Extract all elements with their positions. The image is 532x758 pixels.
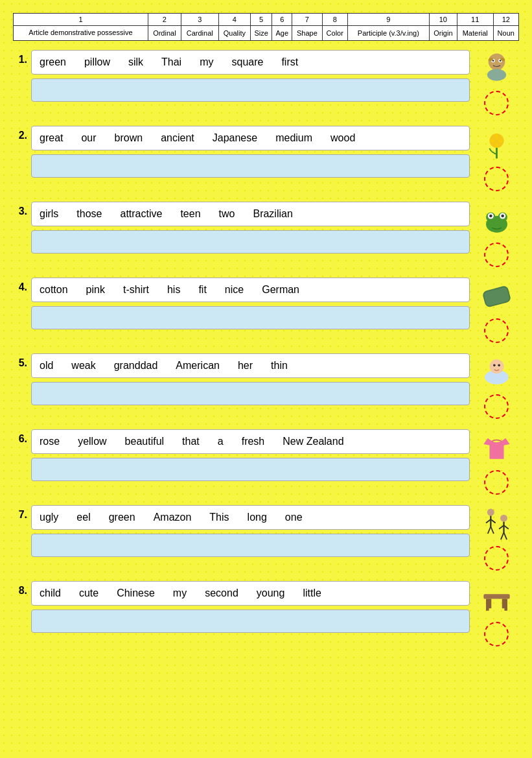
word-item: German [262,284,299,296]
word-item: one [285,512,303,523]
word-item: square [232,56,264,68]
dashed-circle [484,622,509,646]
word-item: teen [180,208,200,220]
exercise-1: 1.greenpillowsilkThaimysquarefirst [13,50,519,115]
answer-row-6[interactable] [31,458,470,481]
dashed-circle [484,470,509,495]
frog-icon [479,202,515,240]
dashed-circle [484,167,509,191]
image-area-2 [474,126,519,191]
word-item: Brazilian [253,208,292,220]
answer-row-4[interactable] [31,306,470,329]
word-item: our [81,132,96,144]
word-item: great [40,132,63,144]
exercise-7: 7.uglyeelgreenAmazonThislongone [13,505,519,571]
svg-point-16 [501,214,504,217]
svg-point-21 [493,364,496,366]
baby-icon [479,353,515,392]
word-item: weak [71,360,95,372]
word-item: eel [76,512,90,523]
word-item: yellow [78,436,106,447]
image-area-5 [474,353,519,419]
word-item: cute [79,587,98,599]
dashed-circle [484,318,509,343]
word-item: Japanese [213,132,257,144]
answer-row-2[interactable] [31,154,470,178]
word-item: beautiful [125,436,165,447]
word-item: my [173,587,187,599]
image-area-1 [474,50,519,115]
word-item: Amazon [154,512,192,523]
word-item: granddad [114,360,158,372]
svg-rect-35 [483,594,509,598]
word-item: silk [128,56,143,68]
dashed-circle [484,394,509,419]
header-table: 123456789101112 Article demonstrative po… [13,13,519,41]
word-item: wood [330,132,355,144]
word-item: his [167,284,180,296]
word-item: fresh [242,436,265,447]
exercise-number-2: 2. [13,126,27,141]
exercise-number-7: 7. [13,505,27,521]
word-item: child [40,587,61,599]
rose-icon [479,126,515,164]
dashed-circle [484,243,509,267]
tshirt-icon [479,429,515,468]
word-item: a [218,436,224,447]
word-item: that [182,436,200,447]
words-row-3: girlsthoseattractiveteentwoBrazilian [31,202,470,226]
svg-point-23 [487,508,494,515]
word-item: fit [198,284,206,296]
word-item: long [248,512,267,523]
word-item: Chinese [117,587,155,599]
word-item: This [209,512,229,523]
svg-line-34 [503,532,507,539]
word-item: ugly [40,512,58,523]
word-item: American [176,360,220,372]
answer-row-3[interactable] [31,230,470,254]
word-item: thin [271,360,288,372]
exercise-number-6: 6. [13,429,27,445]
word-item: brown [115,132,143,144]
image-area-7 [474,505,519,571]
exercise-number-4: 4. [13,278,27,293]
word-item: little [303,587,321,599]
word-item: first [281,56,298,68]
svg-point-1 [487,69,505,80]
exercise-number-5: 5. [13,353,27,369]
word-item: green [40,56,66,68]
words-row-8: childcuteChinesemysecondyounglittle [31,581,470,606]
svg-line-28 [491,527,494,534]
svg-line-27 [487,527,491,534]
word-item: Thai [161,56,181,68]
words-row-2: greatourbrownancientJapanesemediumwood [31,126,470,150]
image-area-3 [474,202,519,267]
words-row-7: uglyeelgreenAmazonThislongone [31,505,470,530]
word-item: t-shirt [123,284,149,296]
word-item: green [109,512,135,523]
words-row-4: cottonpinkt-shirthisfitniceGerman [31,278,470,302]
image-area-4 [474,278,519,343]
goblin-icon [479,50,515,88]
word-item: pillow [84,56,110,68]
answer-row-8[interactable] [31,610,470,633]
word-item: pink [86,284,105,296]
word-item: those [76,208,102,220]
answer-row-1[interactable] [31,78,470,102]
word-item: her [238,360,253,372]
exercise-number-1: 1. [13,50,27,65]
table-icon [479,581,515,619]
word-item: two [219,208,235,220]
image-area-6 [474,429,519,495]
exercise-number-8: 8. [13,581,27,597]
word-item: second [205,587,238,599]
word-item: young [257,587,285,599]
answer-row-5[interactable] [31,382,470,405]
dancers-icon [479,505,515,543]
word-item: nice [225,284,244,296]
word-item: cotton [40,284,68,296]
exercise-4: 4.cottonpinkt-shirthisfitniceGerman [13,278,519,343]
answer-row-7[interactable] [31,534,470,557]
word-item: my [200,56,213,68]
exercise-number-3: 3. [13,202,27,217]
